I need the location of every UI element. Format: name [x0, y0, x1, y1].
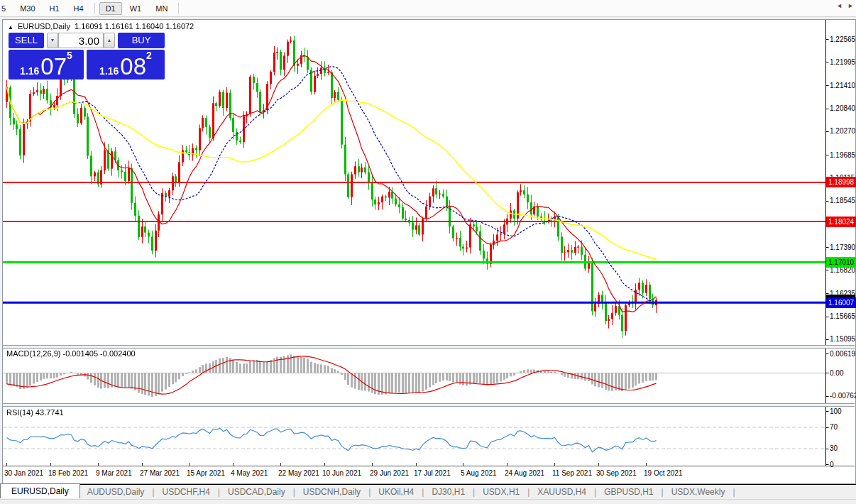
sell-price-pip: 5: [67, 51, 72, 60]
rsi-label: RSI(14) 43.7741: [6, 408, 64, 417]
date-axis-label: 15 Apr 2021: [187, 469, 225, 477]
date-axis-label: 19 Oct 2021: [644, 469, 682, 477]
chart-tab-usdx-h1[interactable]: USDX,H1: [476, 486, 527, 499]
date-axis-label: 11 Sep 2021: [552, 469, 592, 477]
rsi-indicator-chart[interactable]: [3, 406, 829, 466]
price-axis-tick: 1.17390: [830, 243, 855, 252]
tab-separator: |: [218, 487, 220, 497]
buy-price-big: 08: [120, 56, 146, 77]
toolbar-separator: [94, 3, 95, 13]
volume-decrease-button[interactable]: ▼: [47, 33, 58, 48]
date-axis-label: 5 Aug 2021: [461, 469, 497, 477]
date-axis-label: 10 Jun 2021: [322, 469, 361, 477]
buy-button[interactable]: BUY: [118, 33, 165, 48]
buy-price-prefix: 1.16: [99, 65, 119, 77]
hline-price-label: 1.18998: [826, 177, 856, 187]
rsi-axis-tick: 100: [830, 407, 855, 416]
volume-box: [58, 33, 104, 48]
tab-separator: |: [662, 487, 664, 497]
chart-tab-xauusd-h4[interactable]: XAUUSD,H4: [530, 486, 593, 499]
timeframe-button-m30[interactable]: M30: [13, 2, 41, 15]
tab-separator: |: [527, 487, 529, 497]
tab-scroll-right-button[interactable]: ►: [847, 2, 854, 9]
chart-tab-usdchf-h4[interactable]: USDCHF,H4: [155, 486, 217, 499]
date-axis-label: 30 Jan 2021: [4, 469, 43, 477]
chart-tab-gbpusd-h1[interactable]: GBPUSD,H1: [597, 486, 660, 499]
rsi-axis-tick: 70: [830, 422, 855, 432]
timeframe-button-d1[interactable]: D1: [99, 2, 122, 15]
sell-price-prefix: 1.16: [20, 65, 39, 77]
sell-price-big: 07: [40, 56, 67, 77]
chart-tab-bar: EURUSD,DailyAUDUSD,Daily|USDCHF,H4|USDCA…: [0, 485, 856, 499]
hline-price-label: 1.18024: [826, 217, 856, 227]
hline-price-label: 1.17010: [826, 257, 856, 268]
date-axis-label: 24 Aug 2021: [505, 469, 544, 477]
date-axis-label: 22 May 2021: [278, 469, 319, 477]
rsi-axis-tick: 30: [830, 444, 855, 453]
one-click-trading-panel: SELL ▼ ▲ BUY 1.16075 1.16082: [9, 33, 165, 80]
volume-input[interactable]: [59, 33, 103, 48]
date-axis-label: 27 Mar 2021: [140, 469, 180, 477]
date-axis-label: 30 Sep 2021: [596, 469, 637, 477]
date-axis-label: 18 Feb 2021: [48, 469, 88, 477]
price-axis-tick: 1.18545: [830, 196, 855, 205]
price-axis-tick: 1.20270: [830, 126, 855, 136]
chart-tab-audusd-daily[interactable]: AUDUSD,Daily: [80, 486, 152, 499]
sell-price-display[interactable]: 1.16075: [9, 50, 84, 80]
chart-ohlc-values: 1.16091 1.16161 1.16040 1.16072: [75, 22, 194, 31]
chart-tab-ukoil-h4[interactable]: UKOil,H4: [371, 486, 421, 499]
collapse-triangle-icon[interactable]: ▲: [8, 24, 13, 31]
tab-scroll-left-button[interactable]: ◄: [836, 2, 843, 9]
status-bar: [0, 499, 856, 504]
price-axis-tick: 1.21995: [830, 57, 855, 67]
macd-axis-tick: 0.00: [830, 368, 855, 378]
chart-tab-usdx-weekly[interactable]: USDX,Weekly: [664, 486, 732, 499]
chart-tab-usdcnh-daily[interactable]: USDCNH,Daily: [296, 486, 368, 499]
macd-axis-tick: 0.006193: [830, 349, 855, 358]
price-axis-tick: 1.22565: [830, 35, 855, 44]
sell-button[interactable]: SELL: [9, 33, 44, 48]
price-axis-tick: 1.19685: [830, 150, 855, 160]
price-axis-tick: 1.15665: [830, 312, 855, 321]
tab-separator: |: [594, 487, 596, 497]
chart-tab-usdcad-daily[interactable]: USDCAD,Daily: [221, 486, 292, 499]
chart-title: ▲EURUSD,Daily 1.16091 1.16161 1.16040 1.…: [8, 22, 194, 31]
buy-price-display[interactable]: 1.16082: [87, 50, 165, 80]
tab-separator: |: [422, 487, 424, 497]
date-axis-label: 29 Jun 2021: [370, 469, 409, 477]
panel-separator[interactable]: [3, 345, 855, 349]
timeframe-button-5[interactable]: 5: [0, 2, 12, 15]
panel-separator[interactable]: [3, 403, 855, 407]
price-axis-tick: 1.20840: [830, 104, 855, 113]
volume-increase-button[interactable]: ▲: [104, 33, 115, 48]
toolbar-separator: [178, 3, 179, 13]
tab-separator: |: [732, 487, 735, 497]
chart-tab-eurusd-daily[interactable]: EURUSD,Daily: [0, 483, 80, 498]
chart-tab-dj30-h1[interactable]: DJ30,H1: [424, 486, 472, 499]
price-axis-tick: 1.15095: [830, 334, 855, 344]
timeframe-button-mn[interactable]: MN: [149, 2, 174, 15]
timeframe-button-w1[interactable]: W1: [124, 2, 148, 15]
tab-separator: |: [152, 487, 154, 497]
chart-symbol-label: EURUSD,Daily: [18, 22, 70, 31]
timeframe-toolbar: 5M30H1H4D1W1MN: [0, 0, 856, 17]
tab-separator: |: [473, 487, 475, 497]
tab-separator: |: [368, 487, 371, 497]
date-axis-label: 17 Jul 2021: [414, 469, 451, 477]
macd-label: MACD(12,26,9) -0.001405 -0.002400: [6, 349, 136, 358]
macd-axis-tick: -0.00762: [830, 391, 855, 400]
rsi-axis-tick: 0: [830, 460, 855, 469]
price-axis-tick: 1.21410: [830, 81, 855, 90]
timeframe-button-h4[interactable]: H4: [67, 2, 90, 15]
date-axis-label: 4 May 2021: [231, 469, 268, 477]
time-axis-line: [3, 466, 855, 466]
timeframe-button-h1[interactable]: H1: [43, 2, 66, 15]
date-axis-label: 9 Mar 2021: [96, 469, 132, 477]
buy-price-pip: 2: [146, 51, 152, 60]
tab-separator: |: [293, 487, 295, 497]
hline-price-label: 1.16007: [826, 297, 856, 308]
